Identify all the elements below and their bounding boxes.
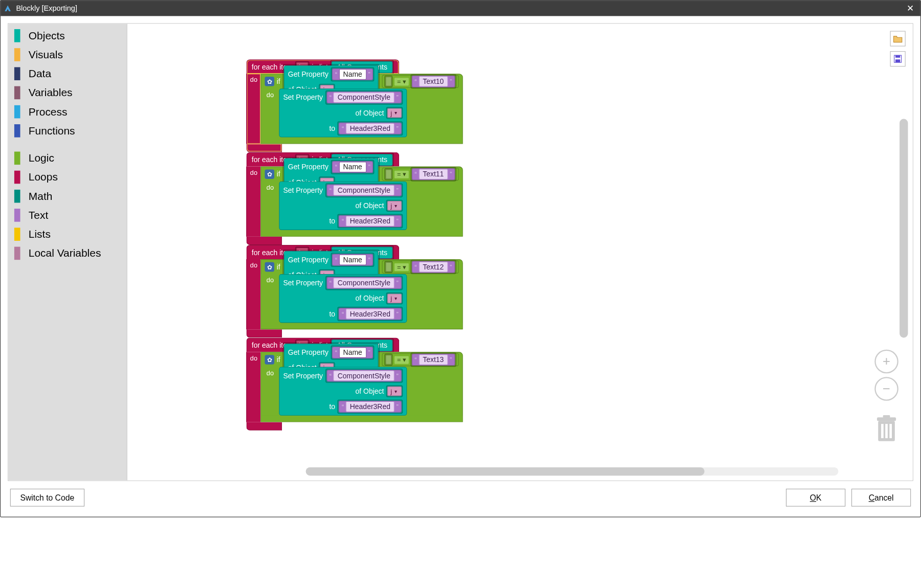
toolbox-item-data[interactable]: Data (8, 64, 126, 83)
text-literal[interactable]: “Name” (332, 347, 374, 358)
text-value[interactable]: Header3Red (346, 216, 394, 227)
text-literal[interactable]: “ComponentStyle” (326, 370, 402, 381)
variable-dropdown[interactable]: j (387, 293, 401, 303)
toolbox-item-objects[interactable]: Objects (8, 26, 126, 45)
toolbox-item-text[interactable]: Text (8, 206, 126, 224)
if-block[interactable]: ✿ if Get Property“Name” of Objectj = ▾ “… (260, 352, 463, 422)
open-icon[interactable] (890, 31, 906, 46)
text-literal[interactable]: “Text11” (412, 168, 455, 180)
text-value[interactable]: Header3Red (346, 308, 394, 319)
equals-block[interactable]: = ▾ “Text13” (382, 353, 458, 367)
blockly-dialog: Blockly [Exporting] ✕ ObjectsVisualsData… (0, 0, 921, 517)
save-icon[interactable] (890, 51, 906, 66)
operator-dropdown[interactable]: = ▾ (394, 170, 409, 178)
equals-block[interactable]: = ▾ “Text12” (382, 260, 458, 274)
gear-icon[interactable]: ✿ (265, 355, 274, 365)
client-area: ObjectsVisualsDataVariablesProcessFuncti… (1, 16, 920, 516)
toolbox-item-process[interactable]: Process (8, 102, 126, 121)
if-block[interactable]: ✿ if Get Property“Name” of Objectj = ▾ “… (260, 259, 463, 329)
v-scrollbar[interactable] (900, 119, 908, 338)
side-buttons (890, 31, 906, 66)
text-literal[interactable]: “Header3Red” (339, 215, 402, 227)
toolbox-label: Variables (29, 86, 73, 99)
gear-icon[interactable]: ✿ (265, 77, 274, 86)
zoom-in-icon[interactable]: + (874, 350, 898, 374)
text-value[interactable]: ComponentStyle (334, 185, 394, 196)
text-value[interactable]: Name (339, 255, 366, 265)
variable-dropdown[interactable]: j (387, 108, 401, 118)
for-each-block[interactable]: for each item j ▾ in list All Components… (246, 59, 463, 152)
text-literal[interactable]: “Header3Red” (339, 123, 402, 134)
set-property-block[interactable]: Set Property“ComponentStyle” of Objectj … (279, 182, 407, 230)
toolbox-label: Local Variables (29, 247, 101, 259)
toolbox-swatch (14, 48, 20, 61)
operator-dropdown[interactable]: = ▾ (394, 77, 409, 86)
text-literal[interactable]: “Name” (332, 69, 374, 80)
variable-dropdown[interactable]: j (387, 201, 401, 211)
set-property-block[interactable]: Set Property“ComponentStyle” of Objectj … (279, 367, 407, 415)
if-block[interactable]: ✿ if Get Property“Name” of Objectj = ▾ “… (260, 167, 463, 237)
close-icon[interactable]: ✕ (903, 3, 918, 14)
switch-to-code-button[interactable]: Switch to Code (10, 489, 84, 507)
text-literal[interactable]: “Header3Red” (339, 308, 402, 320)
text-value[interactable]: ComponentStyle (334, 92, 394, 103)
trash-icon[interactable] (873, 414, 900, 444)
toolbox-label: Functions (29, 125, 75, 137)
operator-dropdown[interactable]: = ▾ (394, 262, 409, 271)
app-icon (3, 4, 13, 13)
svg-rect-9 (889, 424, 892, 438)
for-each-block[interactable]: for each item j ▾ in list All Components… (246, 337, 463, 430)
toolbox-item-visuals[interactable]: Visuals (8, 45, 126, 64)
text-literal[interactable]: “ComponentStyle” (326, 277, 402, 289)
h-scrollbar[interactable] (306, 467, 839, 476)
workspace[interactable]: for each item j ▾ in list All Components… (127, 24, 913, 481)
set-property-block[interactable]: Set Property“ComponentStyle” of Objectj … (279, 274, 407, 323)
text-literal[interactable]: “Text13” (412, 354, 455, 366)
toolbox-item-local-variables[interactable]: Local Variables (8, 244, 126, 263)
text-value[interactable]: Text11 (419, 169, 448, 179)
equals-block[interactable]: = ▾ “Text11” (382, 168, 458, 181)
toolbox-item-math[interactable]: Math (8, 187, 126, 206)
toolbox-swatch (14, 124, 20, 138)
text-literal[interactable]: “Text10” (412, 76, 455, 87)
text-literal[interactable]: “Header3Red” (339, 401, 402, 413)
if-block[interactable]: ✿ if Get Property“Name” of Objectj = ▾ “… (260, 74, 463, 144)
text-value[interactable]: Name (339, 69, 366, 80)
text-value[interactable]: ComponentStyle (334, 370, 394, 381)
toolbox-item-functions[interactable]: Functions (8, 121, 126, 140)
variable-dropdown[interactable]: j (387, 387, 401, 396)
bottom-bar: Switch to Code OK Cancel (8, 481, 913, 510)
text-literal[interactable]: “Name” (332, 161, 374, 173)
toolbox-label: Objects (29, 30, 65, 42)
toolbox-item-logic[interactable]: Logic (8, 149, 126, 168)
gear-icon[interactable]: ✿ (265, 262, 274, 272)
toolbox-label: Math (29, 190, 53, 202)
gear-icon[interactable]: ✿ (265, 169, 274, 179)
text-value[interactable]: Text13 (419, 354, 448, 365)
text-value[interactable]: Name (339, 347, 366, 358)
text-literal[interactable]: “Name” (332, 254, 374, 266)
cancel-button[interactable]: Cancel (851, 489, 911, 507)
text-literal[interactable]: “Text12” (412, 261, 455, 273)
svg-rect-2 (895, 55, 900, 58)
text-value[interactable]: Header3Red (346, 123, 394, 134)
text-literal[interactable]: “ComponentStyle” (326, 184, 402, 196)
text-value[interactable]: ComponentStyle (334, 278, 394, 288)
ok-button[interactable]: OK (786, 489, 845, 507)
text-value[interactable]: Text10 (419, 76, 448, 87)
for-each-block[interactable]: for each item j ▾ in list All Components… (246, 152, 463, 245)
toolbox-label: Lists (29, 228, 51, 240)
for-each-block[interactable]: for each item j ▾ in list All Components… (246, 245, 463, 337)
text-value[interactable]: Text12 (419, 262, 448, 273)
toolbox-item-loops[interactable]: Loops (8, 168, 126, 187)
text-value[interactable]: Header3Red (346, 401, 394, 412)
text-literal[interactable]: “ComponentStyle” (326, 92, 402, 103)
set-property-block[interactable]: Set Property“ComponentStyle” of Objectj … (279, 88, 407, 137)
zoom-out-icon[interactable]: − (874, 377, 898, 401)
toolbox-item-variables[interactable]: Variables (8, 83, 126, 102)
text-value[interactable]: Name (339, 162, 366, 172)
operator-dropdown[interactable]: = ▾ (394, 355, 409, 364)
toolbox-item-lists[interactable]: Lists (8, 225, 126, 244)
toolbox-swatch (14, 228, 20, 241)
equals-block[interactable]: = ▾ “Text10” (382, 75, 458, 88)
